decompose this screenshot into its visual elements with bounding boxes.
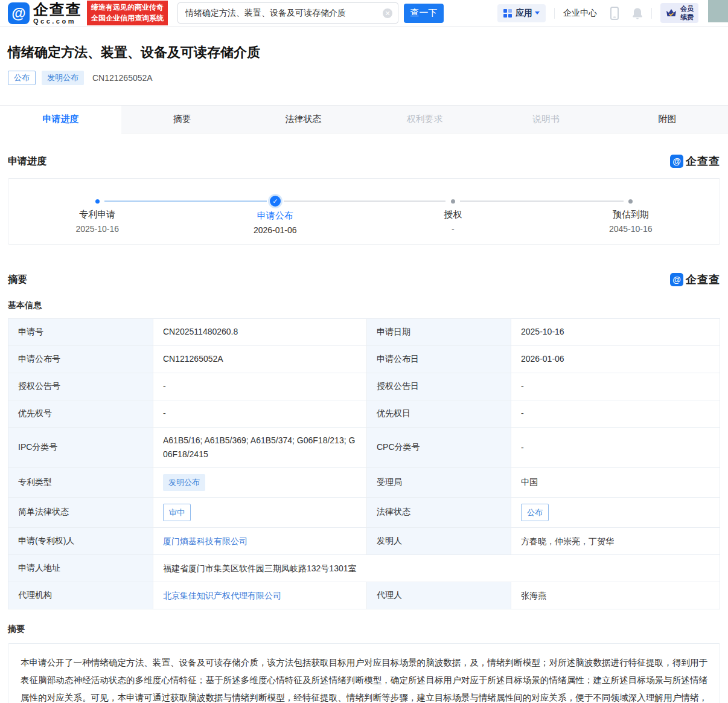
table-value: 审中: [153, 498, 367, 528]
divider: [651, 8, 652, 19]
qcc-logo-icon: @: [8, 2, 30, 24]
summary-section-title: 摘要: [8, 274, 27, 286]
table-value: -: [511, 373, 720, 400]
timeline-dot: [451, 199, 455, 204]
logo-slogan: 缔造有远见的商业传奇 全国企业信用查询系统: [87, 1, 168, 25]
table-value: 方春晓，仲崇亮，丁贺华: [511, 528, 720, 555]
table-label: 代理机构: [8, 582, 153, 609]
qcc-watermark: @ 企查查: [670, 272, 720, 287]
qcc-watermark: @ 企查查: [670, 154, 720, 169]
timeline-step-expiry: 预估到期 2045-10-16: [542, 179, 720, 244]
table-value: CN202511480260.8: [153, 319, 367, 346]
table-label: 授权公告号: [8, 373, 153, 400]
tab-description[interactable]: 说明书: [485, 106, 607, 133]
patent-type-tag: 发明公布: [163, 474, 205, 490]
publish-status-tag: 公布: [8, 71, 36, 85]
timeline-step-published: ✓ 申请公布 2026-01-06: [187, 179, 365, 244]
apps-grid-icon: [503, 9, 512, 18]
divider: [554, 8, 555, 19]
tab-claims[interactable]: 权利要求: [364, 106, 485, 133]
table-label: 授权公告日: [367, 373, 511, 400]
qcc-watermark-icon: @: [670, 273, 683, 286]
table-value: 厦门熵基科技有限公司: [153, 528, 367, 555]
tab-figures[interactable]: 附图: [607, 106, 728, 133]
timeline-dot: [628, 199, 633, 204]
applicant-company-link[interactable]: 厦门熵基科技有限公司: [163, 534, 247, 548]
timeline-dot: [95, 199, 100, 204]
patent-type-tag: 发明公布: [42, 71, 84, 85]
header: @ 企查查 Qcc.com 缔造有远见的商业传奇 全国企业信用查询系统 ✕ 查一…: [0, 0, 728, 27]
enterprise-center-link[interactable]: 企业中心: [563, 8, 597, 19]
table-value: 2025-10-16: [511, 319, 720, 346]
logo-domain: Qcc.com: [33, 18, 82, 25]
timeline-step-filed: 专利申请 2025-10-16: [8, 179, 187, 244]
tab-summary[interactable]: 摘要: [121, 106, 243, 133]
notifications-bell-icon[interactable]: [632, 7, 643, 19]
table-value: -: [511, 400, 720, 428]
table-value: 公布: [511, 498, 720, 528]
table-value: -: [153, 373, 367, 400]
search-button[interactable]: 查一下: [404, 4, 444, 23]
table-label: IPC分类号: [8, 428, 153, 468]
table-label: 简单法律状态: [8, 498, 153, 528]
table-label: 优先权日: [367, 400, 511, 428]
table-value: -: [153, 400, 367, 428]
table-label: 申请(专利权)人: [8, 528, 153, 555]
table-label: 专利类型: [8, 468, 153, 497]
legal-status-tag: 公布: [521, 504, 549, 521]
application-timeline: 专利申请 2025-10-16 ✓ 申请公布 2026-01-06 授权 - 预…: [8, 178, 720, 245]
basic-info-table: 申请号 CN202511480260.8 申请日期 2025-10-16 申请公…: [8, 318, 720, 609]
table-label: 申请号: [8, 319, 153, 346]
logo-name: 企查查: [33, 2, 82, 17]
search-input[interactable]: [177, 2, 398, 24]
table-label: 代理人: [367, 582, 511, 609]
table-value: -: [511, 428, 720, 468]
table-label: 优先权号: [8, 400, 153, 428]
timeline-check-icon: ✓: [270, 196, 281, 207]
table-label: 法律状态: [367, 498, 511, 528]
abstract-title: 摘要: [8, 624, 720, 635]
tab-legal-status[interactable]: 法律状态: [243, 106, 364, 133]
table-label: 受理局: [367, 468, 511, 497]
table-value: 2026-01-06: [511, 346, 720, 373]
qcc-logo[interactable]: @ 企查查 Qcc.com 缔造有远见的商业传奇 全国企业信用查询系统: [8, 1, 168, 25]
qcc-watermark-icon: @: [670, 155, 683, 168]
basic-info-title: 基本信息: [8, 300, 720, 311]
apps-dropdown[interactable]: 应用: [497, 4, 546, 22]
clear-search-icon[interactable]: ✕: [383, 8, 392, 18]
table-label: CPC分类号: [367, 428, 511, 468]
vip-renew-button[interactable]: 会员 续费: [660, 3, 698, 24]
simple-legal-status-tag: 审中: [163, 504, 191, 521]
table-value: 张海燕: [511, 582, 720, 609]
table-value: 福建省厦门市集美区软件园三期凤岐路132号1301室: [153, 555, 720, 582]
progress-section-title: 申请进度: [8, 155, 46, 168]
table-value: A61B5/16; A61B5/369; A61B5/374; G06F18/2…: [153, 428, 367, 468]
timeline-step-granted: 授权 -: [364, 179, 542, 244]
tab-application-progress[interactable]: 申请进度: [0, 106, 121, 133]
table-label: 申请公布号: [8, 346, 153, 373]
table-label: 申请公布日: [367, 346, 511, 373]
table-label: 申请日期: [367, 319, 511, 346]
table-label: 发明人: [367, 528, 511, 555]
crown-icon: [665, 8, 677, 19]
abstract-text: 本申请公开了一种情绪确定方法、装置、设备及可读存储介质，该方法包括获取目标用户对…: [8, 643, 720, 703]
chevron-down-icon: [535, 11, 540, 14]
page-title: 情绪确定方法、装置、设备及可读存储介质: [8, 43, 720, 62]
agency-company-link[interactable]: 北京集佳知识产权代理有限公司: [163, 589, 281, 603]
table-value: 发明公布: [153, 468, 367, 497]
table-value: 北京集佳知识产权代理有限公司: [153, 582, 367, 609]
patent-number: CN121265052A: [92, 73, 153, 83]
floating-widget[interactable]: [708, 0, 728, 22]
table-label: 申请人地址: [8, 555, 153, 582]
mobile-app-icon[interactable]: [610, 7, 619, 20]
table-value: CN121265052A: [153, 346, 367, 373]
tab-bar: 申请进度 摘要 法律状态 权利要求 说明书 附图: [0, 105, 728, 133]
table-value: 中国: [511, 468, 720, 497]
